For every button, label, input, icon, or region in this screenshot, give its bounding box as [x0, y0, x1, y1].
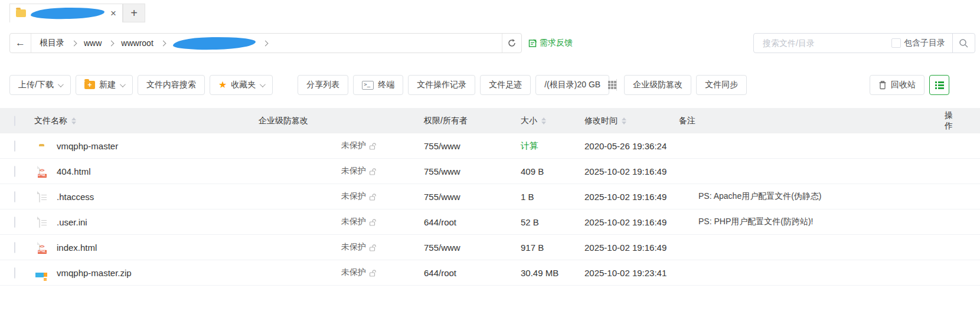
file-mtime: 2025-10-02 19:16:49 [584, 243, 679, 253]
text-file-icon [39, 217, 40, 228]
row-checkbox[interactable] [14, 242, 15, 253]
header-owner: 权限/所有者 [424, 116, 521, 126]
file-size: 1 B [521, 192, 584, 202]
file-owner: 755/www [424, 141, 521, 151]
share-list-label: 分享列表 [306, 80, 339, 90]
lock-open-icon [369, 244, 376, 251]
select-all-checkbox[interactable] [14, 116, 15, 126]
grid-view-icon [608, 81, 616, 89]
file-name[interactable]: vmqphp-master [57, 141, 259, 151]
row-checkbox[interactable] [14, 140, 15, 152]
file-op-log-label: 文件操作记录 [417, 80, 466, 90]
lock-open-icon [369, 168, 376, 175]
row-checkbox[interactable] [14, 267, 15, 279]
list-view-icon [935, 81, 944, 89]
table-row[interactable]: .htaccess 未保护 755/www 1 B 2025-10-02 19:… [0, 184, 980, 209]
table-row[interactable]: <> HTML 404.html 未保护 755/www 409 B 2025-… [0, 159, 980, 184]
file-owner: 755/www [424, 243, 521, 253]
tamper-status: 未保护 [341, 217, 366, 227]
file-footprint-button[interactable]: 文件足迹 [480, 75, 531, 95]
file-name[interactable]: vmqphp-master.zip [57, 268, 259, 278]
lock-open-icon [369, 218, 376, 226]
nav-bar: ← 根目录 www wwwroot [0, 33, 980, 53]
lock-open-icon [369, 142, 376, 150]
header-mtime: 修改时间 [584, 116, 618, 126]
table-row[interactable]: vmqphp-master 未保护 755/www 计算 2020-05-26 … [0, 133, 980, 159]
content-search-button[interactable]: 文件内容搜索 [138, 75, 205, 95]
breadcrumb-wwwroot[interactable]: wwwroot [121, 38, 153, 48]
file-name[interactable]: 404.html [57, 166, 259, 176]
file-mtime: 2025-10-02 19:23:41 [584, 268, 679, 278]
html-file-icon: <> HTML [39, 242, 40, 253]
terminal-label: 终端 [378, 80, 394, 90]
search-icon [959, 38, 969, 48]
file-sync-label: 文件同步 [705, 80, 738, 90]
redacted-scribble [31, 7, 104, 19]
terminal-button[interactable]: >_ 终端 [353, 75, 403, 95]
sort-size[interactable] [541, 117, 546, 125]
list-view-button[interactable] [929, 75, 949, 95]
terminal-icon: >_ [362, 81, 374, 90]
disk-usage-button[interactable]: /(根目录)20 GB [535, 75, 609, 95]
grid-view-button[interactable] [955, 75, 975, 95]
sort-name[interactable] [71, 117, 76, 125]
new-label: 新建 [99, 80, 116, 90]
file-name[interactable]: .htaccess [57, 192, 259, 202]
favorites-button[interactable]: ★ 收藏夹 [210, 75, 273, 95]
file-size: 52 B [521, 217, 584, 227]
chevron-down-icon [58, 81, 64, 87]
include-subdirs-checkbox[interactable] [891, 38, 901, 48]
recycle-bin-button[interactable]: 回收站 [870, 75, 925, 95]
tamper-status: 未保护 [341, 242, 366, 253]
refresh-button[interactable] [502, 34, 521, 53]
file-mtime: 2025-10-02 19:16:49 [584, 217, 679, 227]
tamper-proof-button[interactable]: 企业级防篡改 [624, 75, 691, 95]
new-button[interactable]: 新建 [76, 75, 133, 95]
favorites-label: 收藏夹 [231, 80, 256, 90]
close-icon[interactable]: × [110, 8, 116, 18]
search-button[interactable] [952, 34, 975, 53]
feedback-form-icon [528, 39, 537, 48]
back-button[interactable]: ← [10, 34, 31, 53]
table-row[interactable]: <> HTML index.html 未保护 755/www 917 B 202… [0, 235, 980, 260]
breadcrumb-www[interactable]: www [84, 38, 102, 48]
row-checkbox[interactable] [14, 191, 15, 202]
file-size: 917 B [521, 243, 584, 253]
table-row[interactable]: .user.ini 未保护 644/root 52 B 2025-10-02 1… [0, 209, 980, 235]
share-list-button[interactable]: 分享列表 [298, 75, 348, 95]
chevron-right-icon [109, 40, 115, 46]
table-header: 文件名称 企业级防篡改 权限/所有者 大小 修改时间 备注 操作 [0, 108, 980, 133]
trash-icon [878, 80, 887, 90]
file-owner: 755/www [424, 192, 521, 202]
upload-download-label: 上传/下载 [18, 80, 54, 90]
tab-current-directory[interactable]: × [9, 4, 123, 22]
upload-download-button[interactable]: 上传/下载 [9, 75, 71, 95]
file-op-log-button[interactable]: 文件操作记录 [408, 75, 475, 95]
sort-mtime[interactable] [622, 117, 626, 125]
file-footprint-label: 文件足迹 [489, 80, 522, 90]
new-tab-button[interactable]: + [123, 4, 145, 22]
breadcrumb-box: ← 根目录 www wwwroot [9, 33, 522, 53]
tamper-status: 未保护 [341, 267, 366, 278]
row-checkbox[interactable] [14, 217, 15, 228]
file-mtime: 2020-05-26 19:36:24 [584, 141, 679, 151]
file-owner: 644/root [424, 217, 521, 227]
recycle-bin-label: 回收站 [891, 80, 916, 90]
file-name[interactable]: index.html [57, 243, 259, 253]
file-size: 409 B [521, 166, 584, 176]
feedback-link[interactable]: 需求反馈 [528, 38, 573, 48]
disk-usage-label: /(根目录)20 GB [544, 80, 600, 90]
row-checkbox[interactable] [14, 166, 15, 177]
file-name[interactable]: .user.ini [57, 217, 259, 227]
calc-size-link[interactable]: 计算 [521, 140, 538, 150]
chevron-down-icon [120, 81, 126, 87]
table-row[interactable]: vmqphp-master.zip 未保护 644/root 30.49 MB … [0, 260, 980, 286]
file-table: 文件名称 企业级防篡改 权限/所有者 大小 修改时间 备注 操作 vmqphp-… [0, 108, 980, 286]
toolbar-divider [616, 79, 617, 91]
file-sync-button[interactable]: 文件同步 [696, 75, 747, 95]
file-manager: × + ← 根目录 www wwwroot [0, 0, 980, 334]
file-owner: 644/root [424, 268, 521, 278]
content-search-label: 文件内容搜索 [146, 80, 196, 90]
breadcrumb-root[interactable]: 根目录 [40, 38, 64, 48]
search-input[interactable] [754, 34, 891, 53]
